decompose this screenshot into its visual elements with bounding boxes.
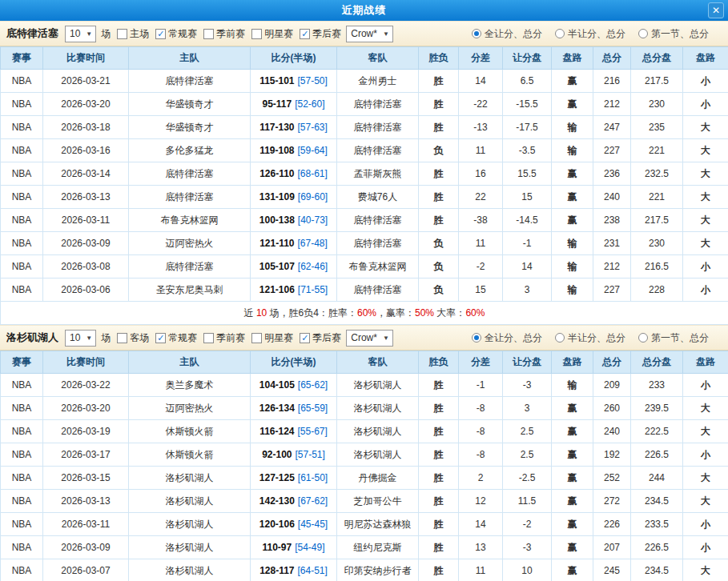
cell-score: 119-108[59-64] — [251, 139, 337, 162]
checkbox-checked-icon: ✓ — [300, 29, 310, 39]
cell-league: NBA — [1, 232, 43, 255]
filter-checkbox[interactable]: 主场 — [117, 27, 149, 41]
table-row: NBA2026-03-15洛杉矶湖人127-125[61-50]丹佛掘金胜2-2… — [1, 467, 728, 490]
filter-checkbox[interactable]: ✓季后赛 — [300, 331, 341, 345]
column-header: 主队 — [129, 47, 251, 70]
cell-point-diff: 2 — [459, 467, 503, 490]
checkbox-label: 季前赛 — [216, 331, 245, 345]
filter-checkbox[interactable]: 季前赛 — [203, 27, 245, 41]
cell-total-points: 192 — [593, 443, 631, 467]
cell-date: 2026-03-08 — [43, 255, 129, 278]
table-row: NBA2026-03-22奥兰多魔术104-105[65-62]洛杉矶湖人胜-1… — [1, 374, 728, 397]
column-header: 总分 — [593, 351, 631, 374]
stat-mode-radio[interactable]: 第一节、总分 — [638, 27, 709, 41]
filter-checkbox[interactable]: 明星赛 — [251, 27, 293, 41]
cell-total-points: 212 — [593, 255, 631, 278]
cell-total-result: 小 — [683, 374, 728, 397]
filter-checkbox[interactable]: 季前赛 — [203, 331, 245, 345]
cell-point-diff: 11 — [459, 559, 503, 581]
cell-win-loss: 负 — [419, 255, 459, 278]
half-score: [55-67] — [298, 426, 328, 437]
cell-handicap-line: 15 — [503, 186, 552, 209]
checkbox-unchecked-icon — [117, 333, 127, 343]
column-header: 总分盘 — [631, 351, 683, 374]
table-row: NBA2026-03-09洛杉矶湖人110-97[54-49]纽约尼克斯胜13-… — [1, 536, 728, 559]
cell-handicap-line: -2.5 — [503, 467, 552, 490]
cell-total-points: 240 — [593, 186, 631, 209]
cell-win-loss: 胜 — [419, 70, 459, 93]
cell-total-result: 大 — [683, 186, 728, 209]
close-icon[interactable]: ✕ — [708, 2, 724, 18]
filter-checkbox[interactable]: 客场 — [117, 331, 149, 345]
full-score: 131-109 — [259, 191, 295, 202]
cell-total-result: 小 — [683, 443, 728, 467]
games-count-select[interactable]: 10▼ — [65, 330, 96, 347]
stat-mode-radio[interactable]: 半让分、总分 — [555, 27, 625, 41]
column-header: 客队 — [337, 351, 419, 374]
cell-home-team: 底特律活塞 — [129, 162, 251, 186]
summary-segment: 近 — [244, 307, 256, 319]
column-header: 盘路 — [552, 47, 593, 70]
stat-mode-radio[interactable]: 半让分、总分 — [555, 331, 625, 345]
cell-win-loss: 胜 — [419, 116, 459, 139]
column-header: 总分盘 — [631, 47, 683, 70]
full-score: 110-97 — [262, 542, 292, 553]
column-header: 盘路 — [552, 351, 593, 374]
sections-container: 底特律活塞10▼场主场✓常规赛季前赛明星赛✓季后赛Crow*▼全让分、总分半让分… — [0, 21, 728, 581]
filter-checkbox[interactable]: ✓季后赛 — [300, 27, 341, 41]
cell-home-team: 底特律活塞 — [129, 255, 251, 278]
column-header: 比赛时间 — [43, 47, 129, 70]
cell-handicap-line: -14.5 — [503, 209, 552, 232]
cell-home-team: 布鲁克林篮网 — [129, 209, 251, 232]
cell-handicap-line: -3 — [503, 374, 552, 397]
header-row: 赛事比赛时间主队比分(半场)客队胜负分差让分盘盘路总分总分盘盘路 — [1, 47, 728, 70]
odds-company-value: Crow* — [351, 332, 377, 343]
full-score: 121-106 — [259, 284, 295, 295]
games-count-select[interactable]: 10▼ — [65, 26, 96, 42]
cell-away-team: 底特律活塞 — [337, 93, 419, 116]
radio-icon — [638, 333, 648, 343]
cell-date: 2026-03-22 — [43, 374, 129, 397]
checkbox-label: 季后赛 — [312, 27, 341, 41]
cell-home-team: 洛杉矶湖人 — [129, 536, 251, 559]
radio-icon — [555, 333, 565, 343]
cell-league: NBA — [1, 467, 43, 490]
checkbox-checked-icon: ✓ — [300, 333, 310, 343]
cell-handicap-result: 赢 — [552, 70, 593, 93]
stat-mode-radio[interactable]: 全让分、总分 — [472, 27, 542, 41]
cell-away-team: 洛杉矶湖人 — [337, 397, 419, 420]
column-header: 胜负 — [419, 351, 459, 374]
team-name: 洛杉矶湖人 — [6, 331, 58, 345]
odds-company-select[interactable]: Crow*▼ — [346, 330, 393, 347]
cell-win-loss: 负 — [419, 232, 459, 255]
filter-checkbox[interactable]: 明星赛 — [251, 331, 293, 345]
cell-win-loss: 胜 — [419, 443, 459, 467]
odds-company-select[interactable]: Crow*▼ — [346, 26, 393, 42]
cell-point-diff: 11 — [459, 139, 503, 162]
table-row: NBA2026-03-13底特律活塞131-109[69-60]费城76人胜22… — [1, 186, 728, 209]
cell-away-team: 芝加哥公牛 — [337, 490, 419, 513]
checkbox-label: 季前赛 — [216, 27, 245, 41]
stat-mode-radio[interactable]: 全让分、总分 — [472, 331, 542, 345]
checkbox-unchecked-icon — [251, 29, 262, 39]
cell-point-diff: 14 — [459, 70, 503, 93]
cell-league: NBA — [1, 93, 43, 116]
column-header: 盘路 — [683, 351, 728, 374]
cell-home-team: 迈阿密热火 — [129, 232, 251, 255]
radio-selected-icon — [472, 29, 481, 38]
cell-total-line: 230 — [631, 93, 683, 116]
cell-total-points: 260 — [593, 397, 631, 420]
column-header: 总分 — [593, 47, 631, 70]
stat-mode-radio[interactable]: 第一节、总分 — [638, 331, 709, 345]
filter-checkbox[interactable]: ✓常规赛 — [155, 27, 197, 41]
cell-total-result: 小 — [683, 255, 728, 278]
cell-date: 2026-03-14 — [43, 162, 129, 186]
cell-handicap-line: 14 — [503, 255, 552, 278]
filter-checkbox[interactable]: ✓常规赛 — [155, 331, 197, 345]
cell-point-diff: -13 — [459, 116, 503, 139]
cell-home-team: 洛杉矶湖人 — [129, 490, 251, 513]
stat-mode-radio-group: 全让分、总分半让分、总分第一节、总分 — [472, 331, 709, 345]
summary-segment: 60% — [465, 307, 485, 319]
checkbox-unchecked-icon — [203, 333, 214, 343]
cell-league: NBA — [1, 536, 43, 559]
